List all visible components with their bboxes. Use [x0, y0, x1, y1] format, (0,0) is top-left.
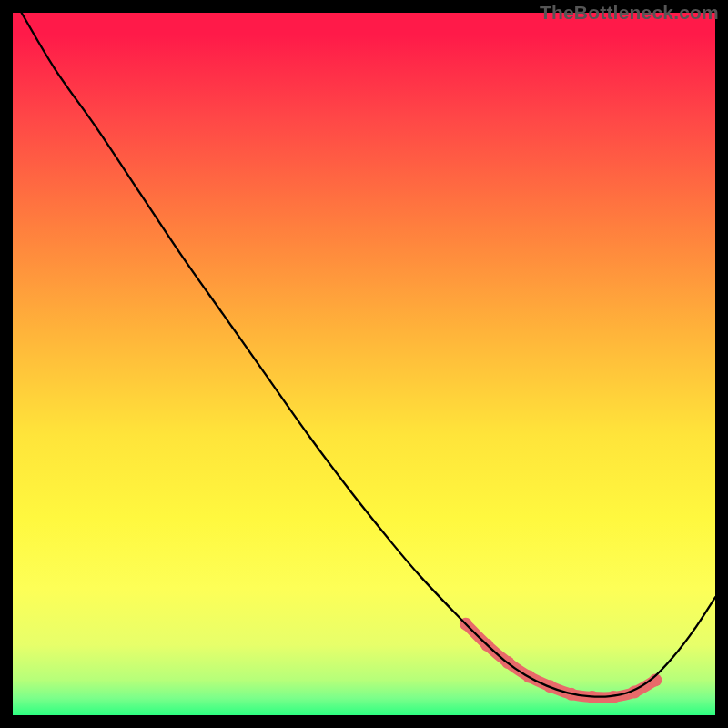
chart-canvas: TheBottleneck.com [0, 0, 728, 728]
bottleneck-chart [0, 0, 728, 728]
gradient-background [13, 13, 715, 715]
watermark-text: TheBottleneck.com [540, 2, 719, 24]
